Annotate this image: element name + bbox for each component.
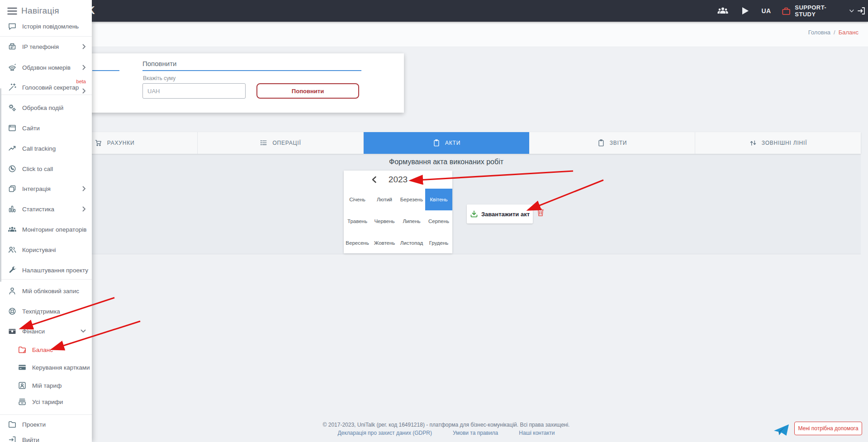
sidebar-item-label: Фінанси — [22, 328, 45, 335]
balance-tabs: РАХУНКИ ОПЕРАЦІЇ АКТИ ЗВІТИ ЗОВНІШНІ ЛІН… — [32, 132, 861, 154]
footer-link-contacts[interactable]: Наші контакти — [519, 430, 555, 436]
folder-icon — [18, 345, 27, 354]
sidebar-item-label: Усі тарифи — [32, 399, 63, 405]
bar-chart-icon — [8, 204, 17, 214]
sidebar-item-operator-monitoring[interactable]: Моніторинг операторів — [0, 220, 92, 238]
sidebar-item-click-to-call[interactable]: Click to call — [0, 160, 92, 178]
account-menu[interactable]: SUPPORT-STUDY — [782, 0, 854, 22]
caret-down-icon — [849, 10, 854, 12]
tab-label: АКТИ — [445, 140, 460, 146]
sidebar-item-support[interactable]: Техпідтримка — [0, 302, 92, 320]
footer-link-terms[interactable]: Умови та правила — [453, 430, 498, 436]
play-button[interactable] — [739, 0, 752, 22]
tab-external-lines[interactable]: ЗОВНІШНІ ЛІНІЇ — [695, 132, 861, 154]
sidebar-item-dialer[interactable]: Обдзвон номерів — [0, 58, 92, 76]
hamburger-menu-button[interactable] — [7, 7, 17, 15]
sidebar-item-label: Мій обліковий запис — [22, 288, 79, 295]
breadcrumb-home[interactable]: Головна — [808, 29, 830, 36]
sidebar-item-statistics[interactable]: Статистика — [0, 200, 92, 218]
next-year-button[interactable] — [418, 176, 426, 184]
person-icon — [8, 286, 17, 295]
briefcase-icon — [782, 7, 791, 15]
wallet-icon — [8, 327, 17, 336]
sidebar-item-label: Call tracking — [22, 145, 56, 152]
sidebar-item-my-tariff[interactable]: Мій тариф — [0, 376, 92, 394]
people-group-icon — [8, 225, 17, 234]
month-cell[interactable]: Серпень — [425, 210, 452, 232]
tab-label: ОПЕРАЦІЇ — [272, 140, 301, 146]
tab-acts[interactable]: АКТИ — [364, 132, 529, 154]
sidebar-divider — [0, 95, 92, 95]
tab-label: РАХУНКИ — [107, 140, 135, 146]
sidebar-item-finances[interactable]: Фінанси — [0, 322, 92, 340]
telegram-icon — [773, 423, 790, 437]
sidebar-item-event-processing[interactable]: Обробка подій — [0, 99, 92, 117]
phone-circle-icon — [8, 164, 17, 173]
chevron-right-icon — [82, 88, 86, 94]
topup-tab-title[interactable]: Поповнити — [142, 60, 176, 67]
sidebar-item-logout[interactable]: Вийти — [0, 431, 92, 442]
month-cell[interactable]: Лютий — [371, 189, 398, 210]
sidebar-item-ip-telephony[interactable]: IP телефонія — [0, 38, 92, 56]
sidebar-item-message-history[interactable]: Історія повідомлень — [0, 17, 92, 35]
month-cell[interactable]: Жовтень — [371, 232, 398, 254]
footer-link-gdpr[interactable]: Декларація про захист даних (GDPR) — [337, 430, 432, 436]
chevron-right-icon — [418, 176, 425, 183]
help-button[interactable]: Мені потрібна допомога — [794, 422, 862, 435]
tab-label: ЗОВНІШНІ ЛІНІЇ — [762, 140, 807, 146]
browser-icon — [8, 124, 17, 133]
month-cell[interactable]: Січень — [344, 189, 371, 210]
sidebar-item-card-management[interactable]: Керування картками — [0, 358, 92, 376]
year-navigation: 2023 — [344, 171, 452, 189]
delete-act-button[interactable] — [536, 208, 545, 217]
trending-up-icon — [8, 144, 17, 153]
sidebar-item-voice-secretary[interactable]: Голосовий секретар beta — [0, 78, 92, 96]
month-cell[interactable]: Червень — [371, 210, 398, 232]
logout-icon — [857, 6, 866, 15]
people-icon — [717, 7, 729, 15]
sidebar-item-my-account[interactable]: Мій обліковий запис — [0, 282, 92, 300]
tab-reports[interactable]: ЗВІТИ — [529, 132, 695, 154]
sidebar-title: Навігація — [21, 6, 59, 16]
sidebar-item-label: Користувачі — [22, 247, 56, 253]
sidebar-item-users[interactable]: Користувачі — [0, 241, 92, 259]
month-cell[interactable]: Липень — [398, 210, 425, 232]
sidebar-item-integration[interactable]: Інтеграція — [0, 180, 92, 198]
download-icon — [470, 210, 478, 218]
sidebar-item-project-settings[interactable]: Налаштування проекту — [0, 261, 92, 279]
topup-button[interactable]: Поповнити — [256, 83, 359, 99]
sidebar-item-balance[interactable]: Баланс — [0, 341, 92, 359]
chevron-right-icon — [82, 186, 86, 191]
chevron-right-icon — [82, 44, 86, 49]
month-cell[interactable]: Грудень — [425, 232, 452, 254]
copy-icon — [8, 184, 17, 193]
sidebar-item-call-tracking[interactable]: Call tracking — [0, 139, 92, 157]
tab-operations[interactable]: ОПЕРАЦІЇ — [198, 132, 364, 154]
sidebar-scrollbar[interactable] — [0, 88, 1, 282]
footer-links: Декларація про захист даних (GDPR) Умови… — [32, 430, 861, 436]
month-cell[interactable]: Березень — [398, 189, 425, 210]
beta-badge: beta — [76, 79, 86, 84]
chevron-right-icon — [82, 206, 86, 212]
language-label: UA — [761, 7, 771, 14]
sidebar-item-all-tariffs[interactable]: Усі тарифи — [0, 393, 92, 411]
language-switcher[interactable]: UA — [759, 0, 773, 22]
month-cell-selected[interactable]: Квітень — [425, 189, 452, 210]
month-picker: 2023 Січень Лютий Березень Квітень Траве… — [344, 171, 452, 253]
magic-wand-icon — [8, 83, 17, 92]
sidebar-item-sites[interactable]: Сайти — [0, 119, 92, 137]
amount-input[interactable] — [142, 83, 246, 99]
sidebar-item-label: Інтеграція — [22, 185, 51, 192]
operators-button[interactable] — [715, 0, 731, 22]
month-cell[interactable]: Травень — [344, 210, 371, 232]
navigation-sidebar: Навігація Історія повідомлень IP телефон… — [0, 0, 92, 442]
month-cell[interactable]: Вересень — [344, 232, 371, 254]
topup-tab-underline — [142, 70, 361, 71]
month-cell[interactable]: Листопад — [398, 232, 425, 254]
telegram-button[interactable] — [773, 423, 790, 437]
download-act-button[interactable]: Завантажити акт — [467, 204, 533, 223]
footer-copyright: © 2017-2023, UniTalk (рег. код 16491218)… — [32, 422, 861, 428]
sidebar-item-label: Мій тариф — [32, 382, 62, 389]
logout-button[interactable] — [854, 0, 868, 22]
sidebar-item-label: Вийти — [22, 437, 39, 442]
